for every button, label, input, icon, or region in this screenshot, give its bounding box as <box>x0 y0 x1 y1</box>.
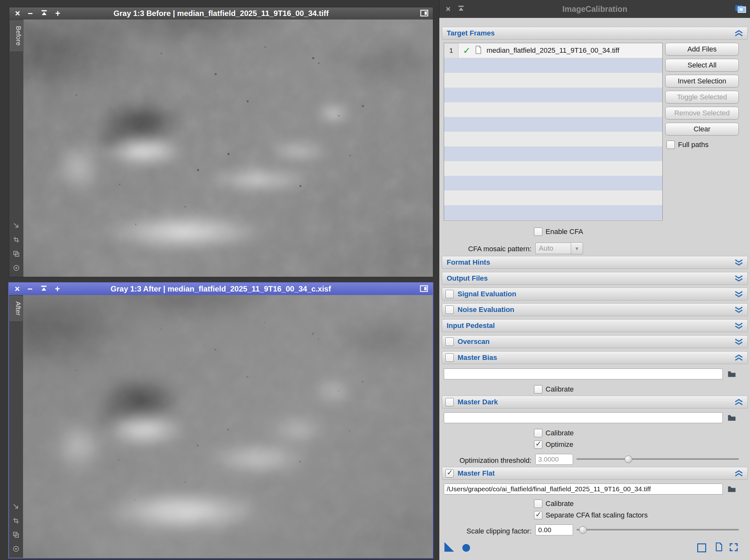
dust-specks <box>23 295 24 296</box>
target-icon[interactable] <box>13 264 20 273</box>
close-icon[interactable]: × <box>15 283 20 295</box>
list-item[interactable] <box>444 176 662 190</box>
shade-icon[interactable] <box>41 9 48 17</box>
separate-cfa-label: Separate CFA flat scaling factors <box>546 511 648 519</box>
resize-arrow-icon[interactable] <box>13 222 20 231</box>
chevron-up-icon[interactable] <box>734 30 744 38</box>
master-bias-path-input[interactable] <box>444 369 723 379</box>
optimization-threshold-input[interactable] <box>535 454 573 465</box>
list-item[interactable]: 1 ✓ median_flatfield_2025_11_9T16_00_34.… <box>444 43 662 58</box>
master-dark-checkbox[interactable] <box>446 398 454 406</box>
reset-icon[interactable] <box>729 543 738 553</box>
select-all-button[interactable]: Select All <box>665 59 739 71</box>
close-icon[interactable]: × <box>446 4 451 14</box>
after-image-canvas[interactable] <box>23 295 433 558</box>
crop-icon[interactable] <box>12 517 20 526</box>
invert-selection-button[interactable]: Invert Selection <box>665 75 739 88</box>
chevron-down-icon[interactable]: ▼ <box>571 242 583 254</box>
list-item[interactable] <box>444 73 662 88</box>
section-input-pedestal[interactable]: Input Pedestal <box>442 319 748 332</box>
duplicate-icon[interactable] <box>12 531 20 540</box>
chevron-down-icon[interactable] <box>734 322 744 331</box>
section-master-dark[interactable]: Master Dark <box>442 396 748 409</box>
master-dark-path-input[interactable] <box>444 412 723 423</box>
list-item[interactable] <box>444 102 662 117</box>
master-dark-calibrate-checkbox[interactable] <box>534 429 542 437</box>
overscan-checkbox[interactable] <box>446 337 454 346</box>
dialog-titlebar[interactable]: × ImageCalibration <box>439 0 750 18</box>
shade-icon[interactable] <box>40 285 47 293</box>
after-window-titlebar[interactable]: × − + Gray 1:3 After | median_flatfield_… <box>9 283 433 295</box>
before-image-canvas[interactable] <box>23 20 433 277</box>
list-item[interactable] <box>444 58 662 73</box>
master-flat-path-input[interactable] <box>444 484 723 495</box>
minimize-icon[interactable]: − <box>28 7 33 20</box>
folder-icon[interactable] <box>725 412 738 423</box>
slider-track[interactable] <box>577 529 739 531</box>
section-master-flat[interactable]: Master Flat <box>442 467 748 480</box>
section-noise-evaluation[interactable]: Noise Evaluation <box>442 303 748 316</box>
chevron-up-icon[interactable] <box>734 399 744 407</box>
separate-cfa-checkbox[interactable] <box>534 511 542 519</box>
master-bias-checkbox[interactable] <box>446 354 454 362</box>
apply-icon[interactable] <box>445 542 454 552</box>
master-flat-calibrate-checkbox[interactable] <box>534 500 542 508</box>
chevron-down-icon[interactable] <box>734 291 744 299</box>
slider-thumb[interactable] <box>625 455 632 463</box>
list-item[interactable] <box>444 190 662 205</box>
section-master-bias[interactable]: Master Bias <box>442 351 748 364</box>
scale-clipping-slider[interactable] <box>577 526 739 534</box>
section-target-frames[interactable]: Target Frames <box>442 27 748 40</box>
zoom-in-icon[interactable]: + <box>55 283 60 295</box>
section-signal-evaluation[interactable]: Signal Evaluation <box>442 288 748 300</box>
crop-icon[interactable] <box>13 236 20 245</box>
scale-clipping-input[interactable] <box>535 524 573 535</box>
after-view-tab[interactable]: After <box>9 296 22 321</box>
add-files-button[interactable]: Add Files <box>665 43 739 56</box>
cfa-pattern-dropdown[interactable]: Auto ▼ <box>535 242 583 254</box>
list-item[interactable] <box>444 117 662 132</box>
section-output-files[interactable]: Output Files <box>442 272 748 285</box>
master-flat-checkbox[interactable] <box>446 469 454 478</box>
list-item[interactable] <box>444 88 662 102</box>
window-mode-icon[interactable] <box>420 285 428 293</box>
close-icon[interactable]: × <box>15 7 20 20</box>
master-bias-calibrate-checkbox[interactable] <box>534 385 542 393</box>
chevron-up-icon[interactable] <box>734 354 744 362</box>
folder-icon[interactable] <box>725 484 738 495</box>
full-paths-checkbox[interactable] <box>667 141 675 149</box>
optimization-threshold-slider[interactable] <box>577 455 739 463</box>
new-instance-icon[interactable] <box>715 542 723 553</box>
noise-evaluation-checkbox[interactable] <box>446 306 454 314</box>
shade-icon[interactable] <box>457 5 465 13</box>
clear-button[interactable]: Clear <box>665 123 739 136</box>
chevron-up-icon[interactable] <box>734 470 744 478</box>
duplicate-icon[interactable] <box>13 250 20 259</box>
list-item[interactable] <box>444 146 662 161</box>
slider-track[interactable] <box>577 458 739 460</box>
enable-cfa-checkbox[interactable] <box>534 228 542 236</box>
target-frames-list[interactable]: 1 ✓ median_flatfield_2025_11_9T16_00_34.… <box>444 43 663 221</box>
list-item[interactable] <box>444 132 662 146</box>
apply-global-icon[interactable] <box>462 544 470 552</box>
chevron-down-icon[interactable] <box>734 259 744 267</box>
resize-arrow-icon[interactable] <box>12 503 20 512</box>
list-item[interactable] <box>444 161 662 176</box>
zoom-in-icon[interactable]: + <box>55 7 60 20</box>
slider-thumb[interactable] <box>579 526 587 534</box>
optimize-checkbox[interactable] <box>534 440 542 449</box>
target-icon[interactable] <box>12 545 20 554</box>
minimize-icon[interactable]: − <box>27 283 33 295</box>
list-item[interactable] <box>444 205 662 220</box>
browse-documentation-icon[interactable] <box>697 543 706 552</box>
chevron-down-icon[interactable] <box>734 338 744 347</box>
section-format-hints[interactable]: Format Hints <box>442 256 748 269</box>
section-overscan[interactable]: Overscan <box>442 335 748 348</box>
chevron-down-icon[interactable] <box>734 306 744 314</box>
window-mode-icon[interactable] <box>420 9 429 18</box>
before-window-titlebar[interactable]: × − + Gray 1:3 Before | median_flatfield… <box>9 7 433 20</box>
before-view-tab[interactable]: Before <box>10 20 23 51</box>
chevron-down-icon[interactable] <box>734 275 744 283</box>
signal-evaluation-checkbox[interactable] <box>446 290 454 298</box>
folder-icon[interactable] <box>725 369 738 379</box>
